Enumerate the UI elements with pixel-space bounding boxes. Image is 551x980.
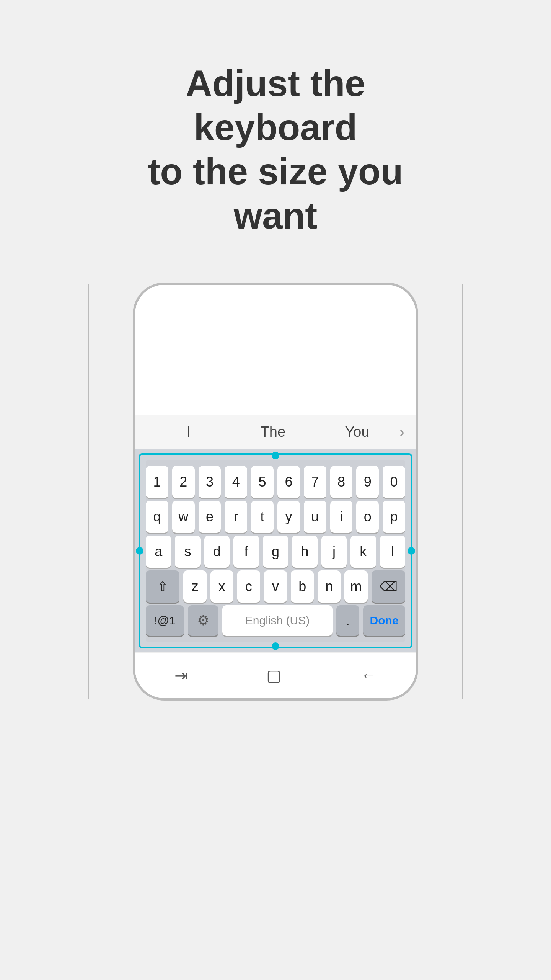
key-6[interactable]: 6	[277, 466, 300, 498]
autocomplete-expand-icon[interactable]: ›	[399, 423, 404, 441]
key-8[interactable]: 8	[330, 466, 353, 498]
key-j[interactable]: j	[321, 536, 347, 568]
key-e[interactable]: e	[199, 501, 221, 533]
key-r[interactable]: r	[225, 501, 247, 533]
key-h[interactable]: h	[292, 536, 317, 568]
key-7[interactable]: 7	[304, 466, 326, 498]
key-t[interactable]: t	[251, 501, 274, 533]
key-u[interactable]: u	[304, 501, 326, 533]
key-9[interactable]: 9	[356, 466, 379, 498]
done-key[interactable]: Done	[363, 605, 405, 636]
key-c[interactable]: c	[237, 570, 260, 603]
keyboard-wrapper: 1 2 3 4 5 6 7 8 9 0 q w	[135, 449, 416, 652]
period-key[interactable]: .	[336, 605, 359, 636]
key-y[interactable]: y	[277, 501, 300, 533]
symbols-key[interactable]: !@1	[146, 605, 184, 636]
key-i[interactable]: i	[330, 501, 353, 533]
keyboard-row-q: q w e r t y u i o p	[146, 501, 405, 533]
space-key[interactable]: English (US)	[222, 605, 333, 636]
key-s[interactable]: s	[175, 536, 200, 568]
key-5[interactable]: 5	[251, 466, 274, 498]
keyboard-row-a: a s d f g h j k l	[146, 536, 405, 568]
key-k[interactable]: k	[350, 536, 376, 568]
phone-container: I The You › 1 2 3 4	[65, 284, 486, 699]
resize-handle-right[interactable]	[408, 547, 415, 555]
page-title: Adjust the keyboard to the size you want	[103, 61, 448, 238]
keyboard-row-numbers: 1 2 3 4 5 6 7 8 9 0	[146, 466, 405, 498]
key-4[interactable]: 4	[225, 466, 247, 498]
navigation-bar: ⇥ ▢ ←	[135, 652, 416, 698]
title-line2: to the size you want	[148, 151, 403, 236]
key-0[interactable]: 0	[383, 466, 405, 498]
key-1[interactable]: 1	[146, 466, 168, 498]
right-guide-line	[462, 284, 463, 699]
back-button[interactable]: ←	[360, 666, 377, 684]
key-v[interactable]: v	[264, 570, 287, 603]
key-p[interactable]: p	[383, 501, 405, 533]
keyboard-resize-border: 1 2 3 4 5 6 7 8 9 0 q w	[139, 453, 412, 648]
key-b[interactable]: b	[291, 570, 314, 603]
key-3[interactable]: 3	[199, 466, 221, 498]
keyboard-bottom-row: !@1 ⚙ English (US) . Done	[146, 605, 405, 636]
key-2[interactable]: 2	[172, 466, 195, 498]
key-x[interactable]: x	[210, 570, 233, 603]
key-m[interactable]: m	[344, 570, 367, 603]
recent-apps-button[interactable]: ⇥	[174, 666, 188, 685]
left-guide-line	[88, 284, 89, 699]
title-section: Adjust the keyboard to the size you want	[103, 61, 448, 238]
key-w[interactable]: w	[172, 501, 195, 533]
key-n[interactable]: n	[318, 570, 341, 603]
title-line1: Adjust the keyboard	[186, 63, 365, 148]
keyboard-background: 1 2 3 4 5 6 7 8 9 0 q w	[146, 460, 405, 642]
keyboard-row-z: ⇧ z x c v b n m ⌫	[146, 570, 405, 603]
key-z[interactable]: z	[183, 570, 206, 603]
phone-mockup: I The You › 1 2 3 4	[134, 284, 417, 699]
delete-key[interactable]: ⌫	[372, 570, 405, 603]
key-o[interactable]: o	[356, 501, 379, 533]
resize-handle-top[interactable]	[272, 452, 279, 459]
key-a[interactable]: a	[146, 536, 171, 568]
resize-handle-bottom[interactable]	[272, 642, 279, 650]
home-button[interactable]: ▢	[266, 666, 282, 685]
resize-handle-left[interactable]	[136, 547, 143, 555]
key-g[interactable]: g	[263, 536, 288, 568]
shift-key[interactable]: ⇧	[146, 570, 179, 603]
key-f[interactable]: f	[233, 536, 259, 568]
autocomplete-item-2[interactable]: The	[231, 424, 315, 440]
key-l[interactable]: l	[380, 536, 405, 568]
autocomplete-item-3[interactable]: You	[315, 424, 399, 440]
phone-screen-top	[135, 285, 416, 415]
autocomplete-item-1[interactable]: I	[147, 424, 231, 440]
key-q[interactable]: q	[146, 501, 168, 533]
key-d[interactable]: d	[204, 536, 230, 568]
settings-key[interactable]: ⚙	[188, 605, 218, 636]
autocomplete-bar: I The You ›	[135, 415, 416, 449]
